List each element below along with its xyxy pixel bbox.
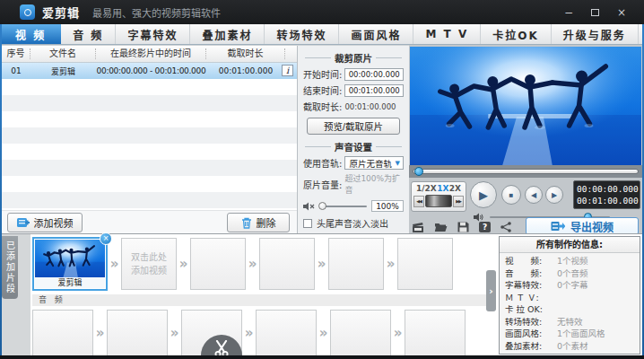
app-tagline: 最易用、强大的视频剪辑软件 xyxy=(92,5,221,20)
jog-rewind-button[interactable]: ◀◀ xyxy=(413,196,424,207)
app-title: 爱剪辑 xyxy=(42,4,80,21)
tab-overlay-material[interactable]: 叠加素材 xyxy=(190,24,265,44)
row-duration: 00:01:00.000 xyxy=(206,66,285,75)
time-display: 00:00:00.000 00:01:00.000 xyxy=(573,180,640,209)
new-project-icon[interactable] xyxy=(412,222,424,233)
sequence-arrow-icon: » xyxy=(246,258,259,271)
export-video-label: 导出视频 xyxy=(570,219,614,234)
video-track: 爱剪辑 × » 双击此处 添加视频 » » » » xyxy=(32,236,453,292)
seek-strip xyxy=(409,165,642,178)
clip-length-label: 截取时长: xyxy=(303,100,342,113)
play-button[interactable]: ▶ xyxy=(470,181,497,208)
export-video-button[interactable]: 导出视频 xyxy=(526,217,639,235)
speed-1x-button[interactable]: 1X xyxy=(437,184,448,193)
tab-mtv[interactable]: M T V xyxy=(413,24,481,44)
volume-slider[interactable] xyxy=(319,206,367,207)
info-panel-toggle[interactable]: › xyxy=(486,270,496,311)
info-row-style: 画面风格:1个画面风格 xyxy=(505,328,634,340)
empty-video-slot[interactable] xyxy=(397,238,453,290)
row-final-time: 00:00:00.000 - 00:01:00.000 xyxy=(96,66,206,75)
col-index: 序号 xyxy=(2,48,30,59)
col-duration: 截取时长 xyxy=(206,48,285,59)
speed-2x-button[interactable]: 2X xyxy=(449,184,461,193)
crop-section-title: 裁剪原片 xyxy=(305,51,402,65)
step-back-button[interactable]: ◀ xyxy=(525,186,543,204)
tab-audio[interactable]: 音 频 xyxy=(61,24,116,44)
open-folder-icon[interactable] xyxy=(434,222,448,232)
info-row-mtv: Ｍ Ｔ Ｖ: xyxy=(505,292,634,304)
maximize-button[interactable] xyxy=(591,7,599,18)
start-time-input[interactable]: 00:00:00.000 xyxy=(344,68,404,81)
save-icon[interactable] xyxy=(457,222,469,232)
audio-track-value: 原片无音轨 xyxy=(349,157,392,170)
jog-forward-button[interactable]: ▶▶ xyxy=(453,196,464,207)
add-video-button[interactable]: 添加视频 xyxy=(7,213,83,232)
info-row-subtitle: 字幕特效:0个字幕 xyxy=(505,279,634,292)
clip-list-toolbar: 添加视频 删除 xyxy=(2,210,297,233)
info-row-video: 视 频:1个视频 xyxy=(505,255,634,267)
sequence-arrow-icon: » xyxy=(177,258,190,271)
tab-picture-style[interactable]: 画面风格 xyxy=(339,24,413,44)
tab-bar: 视 频 音 频 字幕特效 叠加素材 转场特效 画面风格 M T V 卡拉OK 升… xyxy=(0,24,644,45)
timeline-area: 已添加片段 xyxy=(2,233,642,355)
end-time-input[interactable]: 00:01:00.000 xyxy=(344,84,404,97)
current-time: 00:00:00.000 xyxy=(577,183,637,195)
preview-crop-button[interactable]: 预览/截取原片 xyxy=(307,118,400,135)
tab-upgrade[interactable]: 升级与服务 xyxy=(552,24,639,44)
video-preview[interactable] xyxy=(410,47,641,165)
add-video-icon xyxy=(17,217,30,228)
timeline-clip[interactable]: 爱剪辑 × xyxy=(32,237,108,291)
table-row[interactable]: 01 爱剪辑 00:00:00.000 - 00:01:00.000 00:01… xyxy=(2,63,297,79)
info-row-audio: 音 频:0个音频 xyxy=(505,267,634,280)
step-forward-button[interactable]: ▶ xyxy=(545,186,563,204)
volume-value[interactable]: 100% xyxy=(371,200,404,212)
clip-list-empty-rows xyxy=(2,79,297,210)
empty-video-slot[interactable] xyxy=(190,238,246,290)
seek-bar[interactable] xyxy=(413,169,639,174)
empty-audio-slot[interactable] xyxy=(330,310,391,356)
volume-slider-thumb[interactable] xyxy=(318,202,326,210)
close-button[interactable]: × xyxy=(617,7,626,18)
empty-video-slot[interactable] xyxy=(259,238,315,290)
info-panel-title: 所有制作的信息: xyxy=(500,237,640,253)
export-icon xyxy=(551,221,565,232)
remove-clip-icon[interactable]: × xyxy=(100,232,112,245)
add-clip-slot[interactable]: 双击此处 添加视频 xyxy=(121,238,177,290)
tab-transition-fx[interactable]: 转场特效 xyxy=(265,24,339,44)
fade-checkbox-row[interactable]: 头尾声音淡入淡出 xyxy=(303,216,404,230)
empty-audio-slot[interactable] xyxy=(405,310,466,356)
window-edge-bottom xyxy=(0,355,644,359)
share-icon[interactable] xyxy=(500,222,511,232)
sequence-arrow-icon: » xyxy=(242,327,256,340)
empty-audio-slot[interactable] xyxy=(256,310,317,356)
empty-audio-slot[interactable] xyxy=(107,310,168,356)
fade-checkbox[interactable] xyxy=(303,219,312,228)
fade-checkbox-label: 头尾声音淡入淡出 xyxy=(317,216,388,230)
tab-subtitle-fx[interactable]: 字幕特效 xyxy=(116,24,190,44)
stop-button[interactable]: ■ xyxy=(501,185,521,205)
speaker-muted-icon xyxy=(303,202,315,211)
info-row-transition: 转场特效:无特效 xyxy=(505,316,634,328)
audio-track-select[interactable]: 原片无音轨 ▼ xyxy=(344,156,404,170)
delete-button[interactable]: 删除 xyxy=(227,213,290,232)
window-edge-left xyxy=(0,24,2,359)
col-filename: 文件名 xyxy=(30,48,96,59)
jog-wheel[interactable] xyxy=(425,195,452,207)
app-logo-icon xyxy=(20,4,35,20)
empty-audio-slot[interactable] xyxy=(32,310,93,356)
sequence-arrow-icon: » xyxy=(391,327,405,340)
empty-video-slot[interactable] xyxy=(328,238,384,290)
sequence-arrow-icon: » xyxy=(108,258,121,271)
added-clips-tab[interactable]: 已添加片段 xyxy=(2,236,18,299)
total-time: 00:01:00.000 xyxy=(577,195,637,206)
minimize-button[interactable]: − xyxy=(564,7,573,18)
video-frame-image xyxy=(410,47,641,165)
row-index: 01 xyxy=(2,66,30,75)
help-icon[interactable]: ? xyxy=(479,222,491,232)
clip-info-icon[interactable]: i xyxy=(282,65,293,76)
seek-thumb[interactable] xyxy=(414,167,423,176)
tab-video[interactable]: 视 频 xyxy=(0,24,61,44)
speed-half-button[interactable]: 1/2X xyxy=(416,184,437,193)
volume-hint: 超过100%为扩音 xyxy=(344,172,404,196)
tab-karaoke[interactable]: 卡拉OK xyxy=(481,24,552,44)
